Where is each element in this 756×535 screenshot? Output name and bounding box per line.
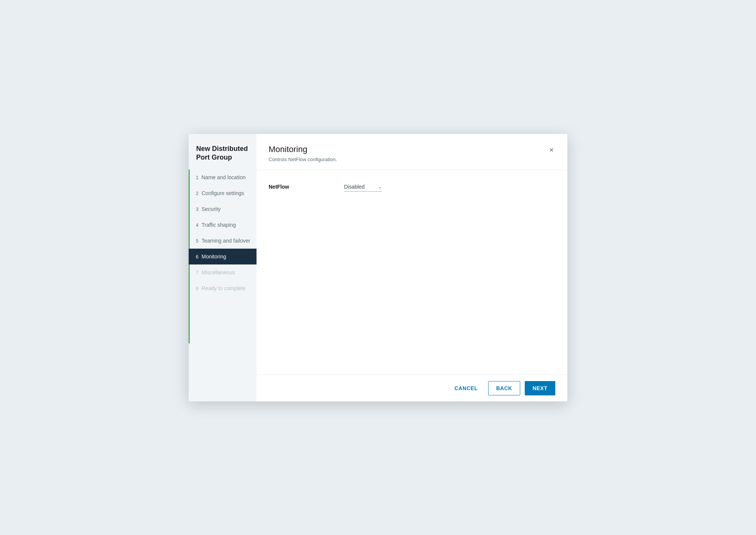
netflow-label: NetFlow [269,184,344,190]
wizard-footer: CANCEL BACK NEXT [257,375,567,401]
next-button[interactable]: NEXT [525,381,555,395]
cancel-button[interactable]: CANCEL [449,381,484,395]
sidebar-item-ready-to-complete[interactable]: 8 Ready to complete [189,280,257,296]
sidebar-item-miscellaneous[interactable]: 7 Miscellaneous [189,264,257,280]
netflow-select-wrapper: Disabled Enabled ⌄ [344,182,382,192]
sidebar-item-configure-settings[interactable]: 2 Configure settings [189,185,257,201]
page-description: Controls NetFlow configuration. [269,157,337,162]
step-label: Monitoring [201,254,226,260]
netflow-row: NetFlow Disabled Enabled ⌄ [269,182,555,192]
header-text: Monitoring Controls NetFlow configuratio… [269,145,337,162]
step-number: 3 [196,206,198,212]
page-header: Monitoring Controls NetFlow configuratio… [257,134,567,170]
step-label: Name and location [201,174,246,180]
step-number: 1 [196,175,198,180]
step-label: Miscellaneous [201,269,235,275]
close-button[interactable]: × [548,145,555,155]
netflow-select[interactable]: Disabled Enabled [344,182,382,192]
sidebar-item-name-and-location[interactable]: 1 Name and location [189,169,257,185]
wizard-sidebar: New Distributed Port Group 1 Name and lo… [189,134,257,401]
sidebar-item-teaming-failover[interactable]: 5 Teaming and failover [189,233,257,249]
step-number: 7 [196,270,198,275]
form-area: NetFlow Disabled Enabled ⌄ [257,170,567,375]
new-distributed-port-group-dialog: New Distributed Port Group 1 Name and lo… [189,134,567,401]
step-label: Configure settings [201,190,244,196]
sidebar-item-monitoring[interactable]: 6 Monitoring [189,249,257,264]
sidebar-item-traffic-shaping[interactable]: 4 Traffic shaping [189,217,257,233]
step-label: Teaming and failover [201,238,250,244]
step-number: 4 [196,222,198,228]
dialog-title: New Distributed Port Group [189,134,257,170]
wizard-main-content: Monitoring Controls NetFlow configuratio… [257,134,567,401]
wizard-steps: 1 Name and location 2 Configure settings… [189,169,257,296]
step-label: Ready to complete [201,285,246,291]
step-number: 8 [196,286,198,291]
step-number: 6 [196,254,198,260]
sidebar-item-security[interactable]: 3 Security [189,201,257,217]
step-number: 5 [196,238,198,244]
step-label: Traffic shaping [201,222,236,228]
page-title: Monitoring [269,145,337,154]
back-button[interactable]: BACK [488,381,520,395]
step-number: 2 [196,191,198,196]
close-icon: × [549,146,554,154]
step-label: Security [201,206,221,212]
